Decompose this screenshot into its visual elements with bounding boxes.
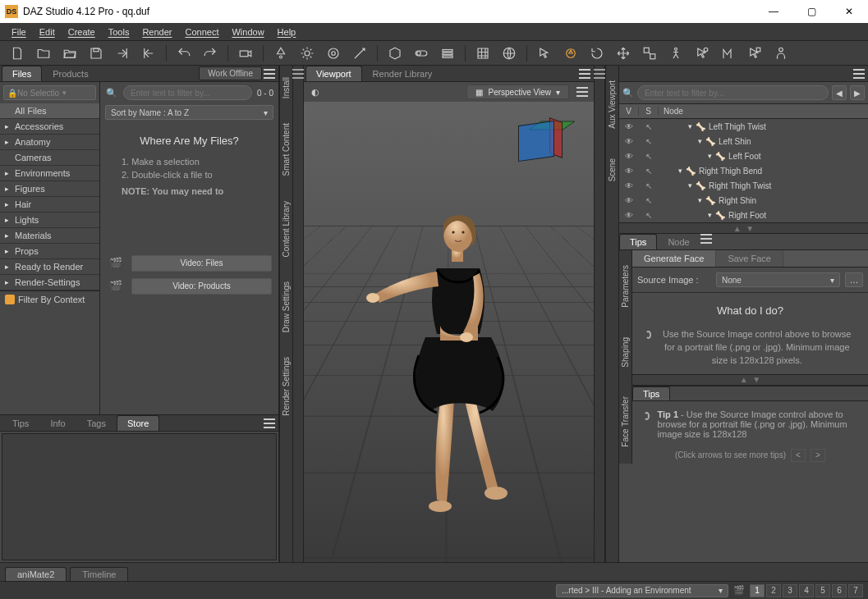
menu-help[interactable]: Help bbox=[271, 25, 303, 39]
tips-prev-button[interactable]: < bbox=[791, 449, 806, 462]
nav-cube[interactable] bbox=[518, 117, 564, 162]
chevron-down-icon[interactable]: ▾ bbox=[698, 196, 702, 204]
tab-viewport[interactable]: Viewport bbox=[305, 66, 362, 81]
menu-connect[interactable]: Connect bbox=[179, 25, 226, 39]
scene-col-node[interactable]: Node bbox=[659, 107, 868, 116]
chevron-down-icon[interactable]: ▾ bbox=[688, 181, 692, 190]
chevron-down-icon[interactable]: ▾ bbox=[708, 211, 712, 219]
tool-scale-arrow-icon[interactable] bbox=[742, 43, 767, 64]
category-item[interactable]: ▸Anatomy bbox=[0, 135, 99, 150]
chevron-down-icon[interactable]: ▾ bbox=[698, 137, 702, 145]
menu-file[interactable]: File bbox=[5, 25, 33, 39]
work-offline-button[interactable]: Work Offline bbox=[199, 66, 262, 80]
scene-figure[interactable] bbox=[355, 165, 544, 518]
minimize-button[interactable]: — bbox=[755, 0, 792, 23]
select-orange-icon[interactable] bbox=[558, 43, 583, 64]
viewport-menu-icon[interactable] bbox=[577, 66, 592, 81]
select-arrow-icon[interactable]: ↖ bbox=[639, 211, 659, 220]
eye-icon[interactable]: 👁 bbox=[619, 196, 639, 205]
export-icon[interactable] bbox=[110, 43, 135, 64]
category-item[interactable]: ▸Accessories bbox=[0, 119, 99, 135]
scene-tree-row[interactable]: 👁 ↖ ▾ 🦴 Right Shin bbox=[619, 193, 868, 208]
menu-render[interactable]: Render bbox=[135, 25, 178, 39]
source-image-combo[interactable]: None▾ bbox=[716, 272, 840, 287]
scene-col-select[interactable]: S bbox=[639, 107, 659, 116]
category-item[interactable]: ▸Hair bbox=[0, 197, 99, 213]
maximize-button[interactable]: ▢ bbox=[792, 0, 830, 23]
category-item[interactable]: ▸Environments bbox=[0, 166, 99, 181]
lower-left-menu-icon[interactable] bbox=[262, 415, 277, 431]
view-combo[interactable]: ▦ Perspective View ▾ bbox=[466, 85, 569, 99]
vtab-install[interactable]: Install bbox=[282, 74, 291, 102]
menu-tools[interactable]: Tools bbox=[102, 25, 136, 39]
close-button[interactable]: ✕ bbox=[830, 0, 868, 23]
scene-tree-row[interactable]: 👁 ↖ ▾ 🦴 Right Foot bbox=[619, 208, 868, 222]
select-arrow-icon[interactable]: ↖ bbox=[639, 152, 659, 161]
scene-tree-row[interactable]: 👁 ↖ ▾ 🦴 Left Shin bbox=[619, 134, 868, 149]
rotate-icon[interactable] bbox=[585, 43, 609, 64]
sort-combo[interactable]: Sort by Name : A to Z▾ bbox=[105, 105, 273, 120]
viewport-options-icon[interactable] bbox=[574, 84, 590, 100]
vtab-render-settings[interactable]: Render Settings bbox=[282, 354, 291, 419]
scene-col-visible[interactable]: V bbox=[619, 107, 639, 116]
vtab-content-library[interactable]: Content Library bbox=[282, 198, 291, 260]
tips-tab[interactable]: Tips bbox=[632, 386, 670, 400]
select-arrow-icon[interactable]: ↖ bbox=[639, 196, 659, 205]
video-products-button[interactable]: Video: Products bbox=[131, 278, 272, 295]
viewport-left-handle[interactable] bbox=[292, 66, 304, 562]
redo-icon[interactable] bbox=[198, 43, 223, 64]
settings-icon[interactable] bbox=[321, 43, 346, 64]
lower-tab-store[interactable]: Store bbox=[117, 415, 159, 431]
category-item[interactable]: ▸Lights bbox=[0, 213, 99, 228]
vtab-scene[interactable]: Scene bbox=[608, 153, 617, 186]
category-item[interactable]: ▸Render-Settings bbox=[0, 275, 99, 290]
vtab-smart-content[interactable]: Smart Content bbox=[282, 120, 291, 179]
select-icon[interactable] bbox=[532, 43, 557, 64]
grid-icon[interactable] bbox=[471, 43, 495, 64]
source-browse-button[interactable]: … bbox=[845, 272, 863, 287]
scene-tree-row[interactable]: 👁 ↖ ▾ 🦴 Left Thigh Twist bbox=[619, 119, 868, 134]
viewport-canvas[interactable] bbox=[304, 102, 594, 562]
tab-files[interactable]: Files bbox=[2, 66, 42, 81]
dock-tab-animate2[interactable]: aniMate2 bbox=[5, 567, 67, 581]
tab-render-library[interactable]: Render Library bbox=[362, 66, 443, 81]
scene-filter-input[interactable] bbox=[637, 85, 829, 100]
select-arrow-icon[interactable]: ↖ bbox=[639, 122, 659, 131]
mid-menu-icon[interactable] bbox=[700, 234, 712, 249]
lower-tab-tags[interactable]: Tags bbox=[76, 415, 117, 431]
lesson-combo[interactable]: ...rted > III - Adding an Environment▾ bbox=[556, 584, 728, 597]
lesson-step-5[interactable]: 5 bbox=[815, 584, 830, 597]
scene-tree-row[interactable]: 👁 ↖ ▾ 🦴 Left Foot bbox=[619, 149, 868, 163]
vtab-draw-settings[interactable]: Draw Settings bbox=[282, 278, 291, 336]
panel-collapse-bar-2[interactable]: ▲ ▼ bbox=[632, 374, 868, 386]
clapper-icon[interactable]: 🎬 bbox=[733, 585, 745, 596]
viewport-right-handle[interactable] bbox=[594, 66, 605, 562]
eye-icon[interactable]: 👁 bbox=[619, 137, 639, 146]
filter-input[interactable] bbox=[123, 85, 252, 100]
save-icon[interactable] bbox=[84, 43, 108, 64]
vtab-face-transfer[interactable]: Face Transfer bbox=[621, 391, 630, 452]
chevron-down-icon[interactable]: ▾ bbox=[688, 122, 692, 130]
wand-icon[interactable] bbox=[347, 43, 372, 64]
lower-tab-info[interactable]: Info bbox=[39, 415, 76, 431]
eye-icon[interactable]: 👁 bbox=[619, 211, 639, 220]
select-arrow-icon[interactable]: ↖ bbox=[639, 181, 659, 190]
panel-collapse-bar[interactable]: ▲ ▼ bbox=[619, 222, 868, 234]
eye-icon[interactable]: 👁 bbox=[619, 152, 639, 161]
filter-by-context[interactable]: Filter By Context bbox=[0, 290, 99, 308]
lesson-step-7[interactable]: 7 bbox=[848, 584, 863, 597]
select-arrow-icon[interactable]: ↖ bbox=[639, 167, 659, 176]
globe-icon[interactable] bbox=[497, 43, 521, 64]
left-panel-menu-icon[interactable] bbox=[262, 66, 277, 81]
eye-icon[interactable]: 👁 bbox=[619, 167, 639, 176]
vtab-aux-viewport[interactable]: Aux Viewport bbox=[608, 75, 617, 134]
generate-face-button[interactable]: Generate Face bbox=[632, 250, 716, 267]
primitive-icon[interactable] bbox=[383, 43, 407, 64]
new-file-icon[interactable] bbox=[5, 43, 30, 64]
scene-tree-row[interactable]: 👁 ↖ ▾ 🦴 Right Thigh Twist bbox=[619, 178, 868, 193]
save-face-button[interactable]: Save Face bbox=[716, 250, 783, 267]
layout-icon[interactable] bbox=[435, 43, 460, 64]
scene-filter-next[interactable]: ▶ bbox=[850, 85, 865, 100]
vtab-shaping[interactable]: Shaping bbox=[621, 332, 630, 373]
menu-create[interactable]: Create bbox=[62, 25, 102, 39]
